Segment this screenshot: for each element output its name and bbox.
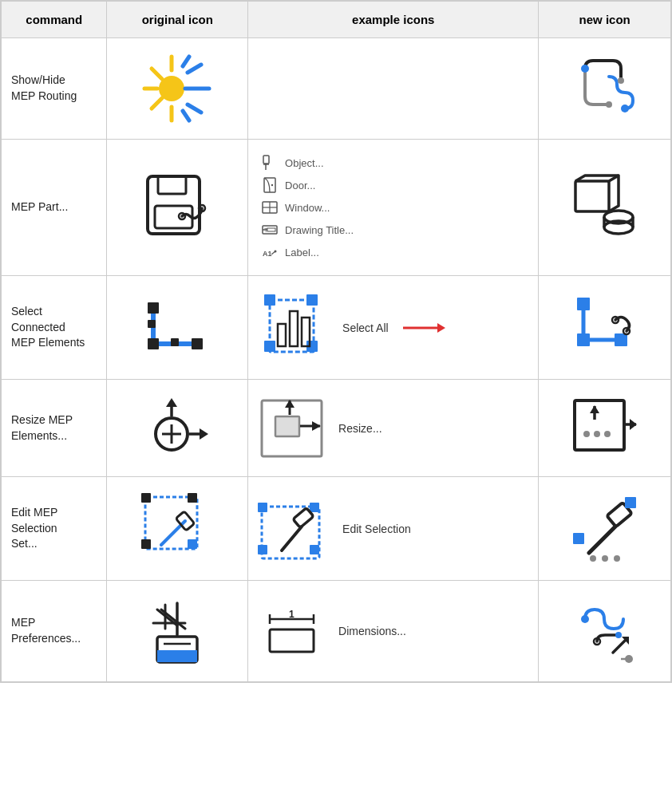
svg-rect-43 [171, 338, 179, 346]
cmd-label-edit-mep: Edit MEPSelectionSet... [11, 506, 57, 550]
original-icon-cell-resize-mep [117, 388, 238, 468]
select-all-example: Select All [258, 294, 528, 361]
door-icon [261, 176, 279, 194]
row-select-connected: SelectConnectedMEP Elements [2, 276, 671, 380]
edit-mep-new-icon [569, 493, 641, 565]
svg-line-7 [188, 65, 201, 73]
svg-rect-72 [575, 400, 624, 450]
svg-rect-47 [264, 341, 275, 352]
svg-rect-50 [290, 311, 298, 346]
example-items-mep-part: Object... Door... [258, 148, 528, 267]
edit-mep-orig-icon [141, 493, 213, 565]
cmd-resize-mep: Resize MEPElements... [2, 380, 107, 477]
svg-rect-110 [270, 629, 314, 652]
examples-edit-mep: Edit Selection [248, 477, 539, 581]
sun-burst-icon [141, 53, 213, 124]
svg-rect-17 [155, 206, 192, 228]
select-all-label: Select All [342, 322, 389, 334]
svg-rect-97 [573, 533, 584, 544]
examples-mep-part: Object... Door... [248, 140, 539, 276]
svg-marker-74 [590, 405, 599, 413]
original-icon-cell-mep-part [117, 164, 238, 252]
row-resize-mep: Resize MEPElements... [2, 380, 671, 477]
dimensions-example: 1 Dimensions... [258, 602, 528, 661]
cmd-mep-prefs: MEPPreferences... [2, 581, 107, 682]
header-examples: example icons [248, 2, 539, 38]
svg-point-33 [275, 251, 277, 253]
cmd-edit-mep: Edit MEPSelectionSet... [2, 477, 107, 581]
examples-resize-mep: Resize... [248, 380, 539, 477]
edit-selection-example: Edit Selection [258, 495, 528, 562]
chair-icon [261, 154, 279, 172]
cmd-label-mep-prefs: MEPPreferences... [11, 616, 81, 645]
new-icon-mep-part [539, 140, 671, 276]
svg-rect-90 [258, 545, 267, 554]
window-icon [261, 199, 279, 216]
floppy-pipe-icon [144, 170, 211, 246]
svg-rect-20 [263, 156, 269, 164]
new-icon-cell-mep-prefs [548, 589, 661, 673]
select-connected-new-icon [569, 292, 641, 364]
mep-prefs-orig-icon [141, 595, 213, 667]
svg-point-98 [590, 555, 596, 562]
new-icon-resize-mep [539, 380, 671, 477]
svg-rect-83 [141, 539, 151, 549]
svg-line-8 [188, 105, 201, 112]
dimensions-label: Dimensions... [338, 625, 406, 637]
original-icon-select-connected [107, 276, 248, 380]
original-icon-cell-mep-prefs [117, 589, 238, 673]
svg-marker-71 [312, 421, 321, 431]
door-label: Door... [285, 180, 315, 191]
svg-rect-81 [141, 493, 151, 503]
new-icon-cell-resize-mep [548, 388, 661, 468]
svg-line-116 [613, 639, 627, 653]
row-show-hide-mep: Show/HideMEP Routing [2, 38, 671, 140]
original-icon-mep-prefs [107, 581, 248, 682]
example-label: A1 Label... [261, 243, 319, 261]
svg-line-5 [152, 98, 162, 109]
new-icon-cell-edit-mep [548, 487, 661, 571]
new-icon-mep-prefs [539, 581, 671, 682]
svg-rect-96 [625, 497, 636, 508]
original-icon-mep-part [107, 140, 248, 276]
select-connected-orig-icon [141, 292, 213, 364]
mep-parts-new-icon [569, 172, 641, 243]
examples-select-connected: Select All [248, 276, 539, 380]
svg-line-92 [282, 527, 302, 550]
svg-point-119 [615, 632, 622, 638]
label-icon: A1 [261, 243, 279, 261]
svg-point-77 [604, 431, 611, 437]
original-icon-cell-show-hide [117, 46, 238, 131]
svg-text:1: 1 [289, 609, 294, 620]
red-arrow-icon [401, 320, 445, 336]
resize-label: Resize... [338, 422, 381, 435]
svg-rect-56 [615, 333, 627, 346]
cmd-select-connected: SelectConnectedMEP Elements [2, 276, 107, 380]
main-table-container: command original icon example icons new … [0, 0, 672, 683]
drawing-title-label: Drawing Title... [285, 224, 354, 236]
svg-rect-54 [577, 298, 590, 310]
svg-rect-93 [293, 508, 314, 528]
svg-rect-91 [310, 545, 319, 554]
svg-line-10 [183, 111, 189, 120]
cmd-label-mep-part: MEP Part... [11, 200, 68, 213]
svg-line-4 [152, 69, 162, 79]
header-command: command [2, 2, 107, 38]
svg-point-76 [594, 431, 600, 437]
svg-rect-67 [275, 416, 299, 436]
examples-show-hide [248, 38, 539, 140]
svg-rect-82 [188, 493, 197, 503]
new-icon-cell-show-hide [548, 46, 661, 131]
row-mep-prefs: MEPPreferences... [2, 581, 671, 682]
svg-point-13 [606, 101, 612, 108]
select-all-icon [258, 294, 330, 361]
svg-rect-42 [148, 320, 156, 328]
new-icon-edit-mep [539, 477, 671, 581]
icons-table: command original icon example icons new … [1, 1, 671, 682]
svg-rect-89 [310, 503, 319, 512]
original-icon-cell-select-connected [117, 286, 238, 370]
svg-rect-88 [258, 503, 267, 512]
original-icon-resize-mep [107, 380, 248, 477]
original-icon-show-hide [107, 38, 248, 140]
cmd-label-resize-mep: Resize MEPElements... [11, 413, 73, 442]
